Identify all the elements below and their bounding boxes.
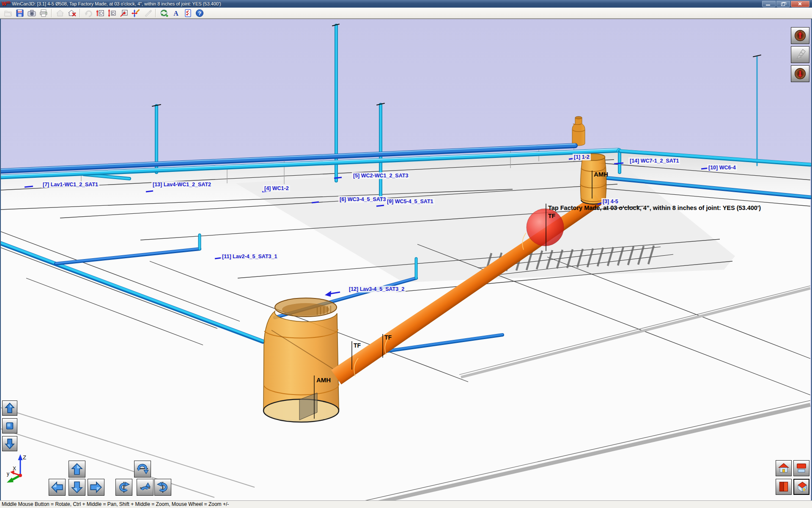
amh-label: AMH — [594, 171, 608, 178]
observation-list-button[interactable] — [182, 8, 193, 18]
defect-tooltip-tag: TF — [548, 213, 556, 219]
defect-tooltip-text: Tap Factory Made, at 03 o'clock, 4", wit… — [548, 204, 761, 211]
move-annotation-button[interactable] — [130, 8, 141, 18]
edit-annotation-button[interactable] — [142, 8, 153, 18]
pan-right-button[interactable] — [88, 479, 104, 496]
window-title: WinCan3D: [3.1] 4-5 Ø508, Tap Factory Ma… — [12, 1, 762, 6]
tf-label: TF — [354, 342, 361, 349]
pipe-downstream-button[interactable] — [791, 65, 809, 82]
section-label-7[interactable]: [7] Lav1-WC1_2_SAT1 — [41, 181, 99, 188]
save-dxf-button[interactable]: DXF — [14, 8, 25, 18]
axis-y-label: y — [7, 471, 9, 477]
main-toolbar: DXF A ? — [0, 8, 812, 19]
tilt-up-button[interactable] — [2, 400, 17, 416]
print-button[interactable] — [38, 8, 49, 18]
svg-text:DXF: DXF — [17, 10, 22, 13]
toolbar-separator — [51, 9, 52, 17]
3d-scene: AMH AMH TF TF Tap Factory Made, at 03 o'… — [1, 19, 811, 501]
view-side-button[interactable] — [776, 479, 792, 495]
tilt-down-button[interactable] — [2, 436, 17, 451]
section-label-4[interactable]: [4] WC1-2 — [263, 185, 290, 192]
svg-text:?: ? — [198, 10, 201, 16]
view-front-button[interactable] — [776, 460, 792, 476]
restore-button[interactable] — [776, 1, 790, 7]
minimize-button[interactable] — [762, 1, 776, 7]
view-center-button[interactable] — [2, 418, 17, 433]
flip-view-button[interactable] — [107, 8, 117, 18]
section-label-14[interactable]: [14] WC7-1_2_SAT1 — [628, 157, 680, 164]
section-label-5[interactable]: [5] WC2-WC1_2_SAT3 — [352, 172, 409, 179]
text-labels-button[interactable]: A — [170, 8, 181, 18]
pipe-lateral-button[interactable] — [791, 46, 809, 63]
rotate-left-button[interactable] — [115, 479, 132, 496]
section-label-3[interactable]: [3] 4-5 — [601, 198, 620, 205]
section-label-1[interactable]: [1] 1-2 — [573, 154, 591, 160]
pan-view-button[interactable] — [118, 8, 129, 18]
svg-text:A: A — [173, 9, 178, 17]
rotate-pitch-button[interactable] — [134, 461, 151, 478]
rotate-up-button[interactable] — [137, 479, 154, 496]
snapshot-camera-button[interactable] — [26, 8, 37, 18]
pipe-upstream-button[interactable] — [791, 27, 809, 44]
open-file-button[interactable] — [3, 8, 13, 18]
close-button[interactable] — [791, 1, 809, 7]
tf-label: TF — [384, 334, 392, 341]
home-view-button[interactable] — [55, 8, 65, 18]
pan-up-button[interactable] — [69, 461, 85, 478]
axis-x-label: X — [13, 466, 16, 472]
rotate-view-button[interactable] — [95, 8, 105, 18]
toolbar-separator — [155, 9, 156, 17]
remove-view-button[interactable] — [66, 8, 77, 18]
section-label-13[interactable]: [13] Lav4-WC1_2_SAT2 — [151, 181, 212, 188]
status-hint: Middle Mouse Button = Rotate, Ctrl + Mid… — [2, 501, 229, 507]
section-label-12[interactable]: [12] Lav3-4_5_SAT3_2 — [348, 286, 406, 293]
view-3d-button[interactable] — [793, 479, 809, 495]
defect-sphere[interactable] — [527, 209, 564, 246]
rotate-right-button[interactable] — [154, 479, 171, 496]
view-top-button[interactable] — [793, 460, 809, 476]
amh-label: AMH — [316, 376, 331, 384]
pan-left-button[interactable] — [49, 479, 66, 496]
undo-button[interactable] — [83, 8, 93, 18]
refresh-3d-button[interactable] — [159, 8, 169, 18]
axis-z-label: Z — [23, 454, 26, 461]
section-label-9[interactable]: [9] WC5-4_5_SAT1 — [386, 198, 435, 205]
section-label-6[interactable]: [6] WC3-4_5_SAT3 — [338, 196, 387, 203]
3d-viewport[interactable]: AMH AMH TF TF Tap Factory Made, at 03 o'… — [1, 19, 811, 501]
section-label-11[interactable]: [11] Lav2-4_5_SAT3_1 — [221, 253, 278, 260]
toolbar-separator — [80, 9, 80, 17]
status-bar: Middle Mouse Button = Rotate, Ctrl + Mid… — [0, 500, 812, 508]
app-logo-icon: W3D — [2, 1, 10, 7]
help-button[interactable]: ? — [194, 8, 205, 18]
section-label-10[interactable]: [10] WC6-4 — [707, 164, 737, 171]
title-bar: W3D WinCan3D: [3.1] 4-5 Ø508, Tap Factor… — [0, 0, 812, 8]
manhole-amh-small[interactable] — [580, 154, 606, 204]
pan-down-button[interactable] — [69, 479, 85, 496]
